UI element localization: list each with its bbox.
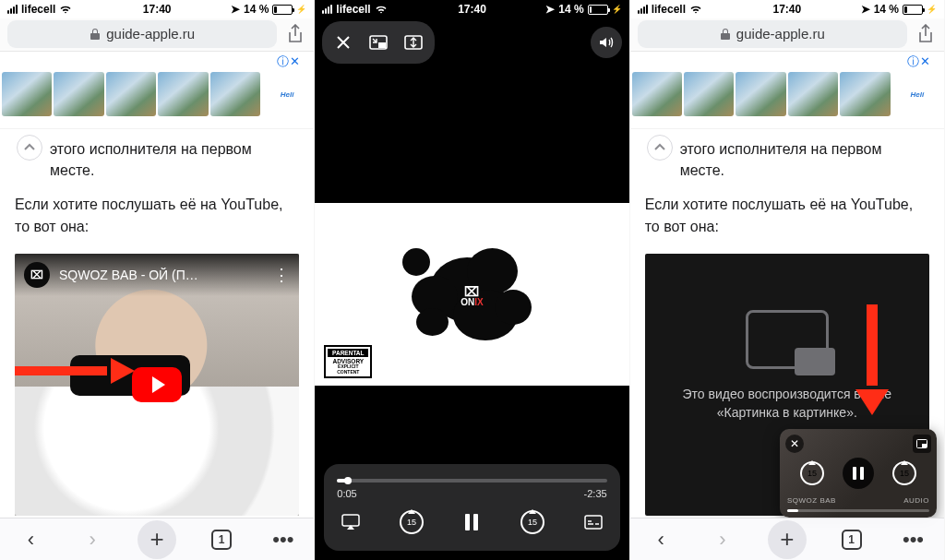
close-icon (336, 35, 351, 50)
more-button[interactable]: ••• (267, 523, 300, 556)
url-field[interactable]: guide-apple.ru (638, 20, 907, 48)
pip-track-label-left: SQWOZ BAB (787, 496, 836, 505)
fit-screen-icon (404, 35, 423, 50)
share-button[interactable] (284, 23, 306, 45)
ad-thumb[interactable] (210, 72, 260, 116)
pip-restore-button[interactable] (913, 435, 931, 453)
pip-window[interactable]: ✕ 15 15 SQWOZ BAB AUDIO (780, 429, 937, 518)
share-button[interactable] (915, 23, 937, 45)
article-text-line: этого исполнителя на первом месте. (15, 138, 299, 181)
battery-icon (903, 5, 923, 15)
captions-icon (584, 515, 603, 530)
article-body: этого исполнителя на первом месте. Если … (0, 129, 314, 237)
annotation-arrow-down (855, 304, 889, 415)
subtitles-button[interactable] (580, 508, 607, 536)
ad-brand-logo[interactable]: Heli (262, 72, 312, 116)
play-icon (152, 376, 165, 393)
pip-button[interactable] (363, 27, 394, 58)
parental-advisory-label: PARENTAL ADVISORY EXPLICIT CONTENT (324, 345, 372, 378)
back-button[interactable]: ‹ (644, 523, 677, 556)
pip-forward-15[interactable]: 15 (892, 461, 916, 485)
pip-restore-icon (916, 439, 927, 448)
new-tab-button[interactable]: + (768, 520, 807, 559)
ad-thumb[interactable] (840, 72, 890, 116)
video-frame[interactable]: ⌧ONIX PARENTAL ADVISORY EXPLICIT CONTENT (315, 203, 628, 386)
fullscreen-player: ⌧ONIX PARENTAL ADVISORY EXPLICIT CONTENT… (315, 18, 628, 560)
forward-15-button[interactable]: 15 (520, 510, 544, 534)
lock-icon (90, 28, 101, 41)
pip-track-label-right: AUDIO (903, 496, 929, 505)
remaining-time: -2:35 (584, 488, 607, 499)
status-bar: lifecell 17:40 ➤ 14 % ⚡ (315, 0, 628, 18)
ad-thumb[interactable] (106, 72, 156, 116)
tabs-count: 1 (211, 530, 232, 550)
channel-avatar[interactable]: ⌧ (24, 262, 50, 288)
svg-rect-3 (342, 515, 359, 526)
chevron-up-icon (23, 141, 36, 154)
seek-bar[interactable] (337, 479, 606, 483)
speaker-icon (598, 35, 615, 50)
svg-rect-4 (585, 516, 602, 529)
battery-icon (272, 5, 293, 15)
tabs-button[interactable]: 1 (205, 523, 238, 556)
youtube-embed[interactable]: ⌧ SQWOZ BAB - ОЙ (П… ⋮ (15, 254, 299, 516)
elapsed-time: 0:05 (337, 488, 356, 499)
pip-close-button[interactable]: ✕ (785, 435, 804, 453)
annotation-arrow-right (15, 358, 135, 384)
article-text-line: этого исполнителя на первом месте. (645, 138, 929, 181)
airplay-button[interactable] (337, 508, 365, 536)
video-title: SQWOZ BAB - ОЙ (П… (59, 268, 264, 282)
collapse-button[interactable] (17, 135, 42, 161)
ad-thumb[interactable] (2, 72, 52, 116)
ad-thumb[interactable] (736, 72, 785, 116)
pause-button[interactable] (458, 508, 485, 536)
close-button[interactable] (328, 27, 359, 58)
ad-info-close[interactable]: ⓘ✕ (277, 54, 301, 70)
ad-info-close[interactable]: ⓘ✕ (907, 54, 931, 70)
article-text-line: Если хотите послушать её на YouTube, то … (15, 194, 299, 236)
kebab-menu-icon[interactable]: ⋮ (273, 265, 290, 285)
url-field[interactable]: guide-apple.ru (7, 20, 277, 48)
pip-rewind-15[interactable]: 15 (800, 461, 824, 485)
ad-thumb[interactable] (54, 72, 103, 116)
lock-icon (720, 28, 731, 41)
address-bar: guide-apple.ru (0, 18, 314, 52)
youtube-play-button[interactable] (132, 367, 182, 402)
article-text-line: Если хотите послушать её на YouTube, то … (645, 194, 929, 236)
svg-rect-1 (378, 42, 386, 48)
aspect-button[interactable] (398, 27, 429, 58)
pip-seek-bar[interactable] (787, 509, 929, 512)
pause-icon (465, 514, 478, 530)
collapse-button[interactable] (647, 135, 673, 161)
new-tab-button[interactable]: + (138, 520, 176, 559)
clock: 17:40 (630, 3, 944, 16)
forward-button[interactable]: › (706, 523, 739, 556)
pause-icon (853, 467, 864, 480)
ad-thumb[interactable] (158, 72, 208, 116)
ad-brand-logo[interactable]: Heli (892, 72, 942, 116)
tabs-button[interactable]: 1 (835, 523, 868, 556)
ad-banner[interactable]: ⓘ✕ Heli (0, 52, 314, 129)
ad-thumb[interactable] (788, 72, 838, 116)
ad-thumb[interactable] (632, 72, 682, 116)
rewind-15-button[interactable]: 15 (400, 510, 424, 534)
clock: 17:40 (0, 3, 314, 16)
more-button[interactable]: ••• (897, 523, 930, 556)
forward-button[interactable]: › (76, 523, 109, 556)
pip-placeholder-icon (746, 310, 829, 369)
player-controls: 0:05 -2:35 15 15 (324, 464, 619, 551)
pip-icon (369, 35, 388, 50)
logo-text: ⌧ONIX (461, 285, 483, 307)
tabs-count: 1 (842, 530, 862, 550)
ad-banner[interactable]: ⓘ✕ Heli (630, 52, 944, 129)
chevron-up-icon (653, 141, 666, 154)
pip-pause-button[interactable] (843, 458, 874, 489)
battery-icon (588, 5, 608, 15)
volume-button[interactable] (591, 27, 622, 58)
svg-rect-6 (922, 444, 927, 447)
ad-thumb[interactable] (684, 72, 734, 116)
address-bar: guide-apple.ru (630, 18, 944, 52)
safari-toolbar: ‹ › + 1 ••• (630, 518, 944, 560)
back-button[interactable]: ‹ (14, 523, 47, 556)
clock: 17:40 (315, 3, 628, 16)
